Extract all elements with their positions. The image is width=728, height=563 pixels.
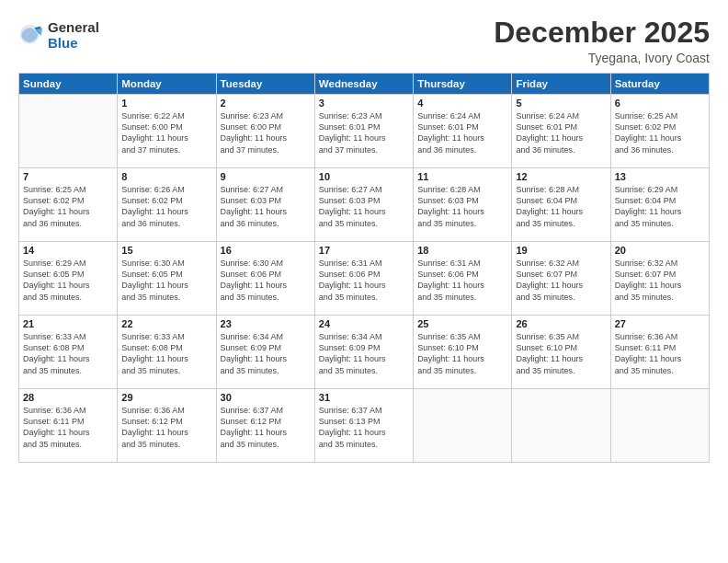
day-number: 3 <box>319 98 409 109</box>
header-friday: Friday <box>512 74 610 95</box>
day-number: 28 <box>23 392 113 403</box>
day-number: 30 <box>221 392 311 403</box>
logo-text: General Blue <box>48 20 99 51</box>
day-info: Sunrise: 6:28 AM Sunset: 6:04 PM Dayligh… <box>516 184 606 229</box>
day-number: 17 <box>319 245 409 256</box>
calendar-cell: 26Sunrise: 6:35 AM Sunset: 6:10 PM Dayli… <box>512 316 610 389</box>
day-info: Sunrise: 6:31 AM Sunset: 6:06 PM Dayligh… <box>417 258 507 303</box>
calendar-week-5: 28Sunrise: 6:36 AM Sunset: 6:11 PM Dayli… <box>19 389 710 463</box>
day-info: Sunrise: 6:36 AM Sunset: 6:11 PM Dayligh… <box>23 405 113 450</box>
calendar-cell: 18Sunrise: 6:31 AM Sunset: 6:06 PM Dayli… <box>414 242 512 316</box>
day-number: 13 <box>615 171 705 182</box>
calendar-cell: 22Sunrise: 6:33 AM Sunset: 6:08 PM Dayli… <box>118 316 216 389</box>
day-number: 23 <box>221 318 311 329</box>
day-number: 2 <box>221 98 311 109</box>
page: General Blue December 2025 Tyegana, Ivor… <box>0 0 728 563</box>
day-info: Sunrise: 6:33 AM Sunset: 6:08 PM Dayligh… <box>23 331 113 376</box>
calendar-cell: 16Sunrise: 6:30 AM Sunset: 6:06 PM Dayli… <box>216 242 314 316</box>
calendar-week-1: 1Sunrise: 6:22 AM Sunset: 6:00 PM Daylig… <box>19 95 710 168</box>
day-info: Sunrise: 6:28 AM Sunset: 6:03 PM Dayligh… <box>417 184 507 229</box>
day-info: Sunrise: 6:23 AM Sunset: 6:01 PM Dayligh… <box>319 110 409 155</box>
day-info: Sunrise: 6:29 AM Sunset: 6:05 PM Dayligh… <box>23 258 113 303</box>
header-monday: Monday <box>118 74 216 95</box>
calendar-cell: 7Sunrise: 6:25 AM Sunset: 6:02 PM Daylig… <box>19 168 118 242</box>
day-info: Sunrise: 6:34 AM Sunset: 6:09 PM Dayligh… <box>319 331 409 376</box>
calendar-header-row: Sunday Monday Tuesday Wednesday Thursday… <box>19 74 710 95</box>
logo-blue: Blue <box>48 36 99 52</box>
day-info: Sunrise: 6:27 AM Sunset: 6:03 PM Dayligh… <box>319 184 409 229</box>
day-info: Sunrise: 6:26 AM Sunset: 6:02 PM Dayligh… <box>121 184 211 229</box>
calendar-cell: 28Sunrise: 6:36 AM Sunset: 6:11 PM Dayli… <box>19 389 118 463</box>
day-number: 12 <box>516 171 606 182</box>
calendar-cell: 5Sunrise: 6:24 AM Sunset: 6:01 PM Daylig… <box>512 95 610 168</box>
day-number: 19 <box>516 245 606 256</box>
calendar: Sunday Monday Tuesday Wednesday Thursday… <box>18 73 710 463</box>
header-tuesday: Tuesday <box>216 74 314 95</box>
header-sunday: Sunday <box>19 74 118 95</box>
day-info: Sunrise: 6:32 AM Sunset: 6:07 PM Dayligh… <box>516 258 606 303</box>
calendar-cell: 9Sunrise: 6:27 AM Sunset: 6:03 PM Daylig… <box>216 168 314 242</box>
calendar-week-4: 21Sunrise: 6:33 AM Sunset: 6:08 PM Dayli… <box>19 316 710 389</box>
day-number: 14 <box>23 245 113 256</box>
day-info: Sunrise: 6:29 AM Sunset: 6:04 PM Dayligh… <box>615 184 705 229</box>
day-number: 27 <box>615 318 705 329</box>
calendar-cell <box>512 389 610 463</box>
logo-icon <box>18 23 44 49</box>
day-info: Sunrise: 6:35 AM Sunset: 6:10 PM Dayligh… <box>417 331 507 376</box>
logo-general: General <box>48 20 99 36</box>
day-info: Sunrise: 6:25 AM Sunset: 6:02 PM Dayligh… <box>23 184 113 229</box>
calendar-cell: 23Sunrise: 6:34 AM Sunset: 6:09 PM Dayli… <box>216 316 314 389</box>
day-info: Sunrise: 6:22 AM Sunset: 6:00 PM Dayligh… <box>121 110 211 155</box>
calendar-cell: 30Sunrise: 6:37 AM Sunset: 6:12 PM Dayli… <box>216 389 314 463</box>
day-number: 10 <box>319 171 409 182</box>
logo: General Blue <box>18 20 99 51</box>
day-number: 1 <box>121 98 211 109</box>
calendar-cell: 2Sunrise: 6:23 AM Sunset: 6:00 PM Daylig… <box>216 95 314 168</box>
calendar-cell: 14Sunrise: 6:29 AM Sunset: 6:05 PM Dayli… <box>19 242 118 316</box>
day-number: 25 <box>417 318 507 329</box>
calendar-cell: 10Sunrise: 6:27 AM Sunset: 6:03 PM Dayli… <box>314 168 413 242</box>
calendar-cell: 4Sunrise: 6:24 AM Sunset: 6:01 PM Daylig… <box>414 95 512 168</box>
day-number: 11 <box>417 171 507 182</box>
day-info: Sunrise: 6:27 AM Sunset: 6:03 PM Dayligh… <box>221 184 311 229</box>
day-number: 26 <box>516 318 606 329</box>
calendar-cell <box>610 389 709 463</box>
day-info: Sunrise: 6:24 AM Sunset: 6:01 PM Dayligh… <box>516 110 606 155</box>
calendar-cell: 6Sunrise: 6:25 AM Sunset: 6:02 PM Daylig… <box>610 95 709 168</box>
calendar-cell: 27Sunrise: 6:36 AM Sunset: 6:11 PM Dayli… <box>610 316 709 389</box>
day-number: 4 <box>417 98 507 109</box>
calendar-cell: 29Sunrise: 6:36 AM Sunset: 6:12 PM Dayli… <box>118 389 216 463</box>
day-info: Sunrise: 6:36 AM Sunset: 6:11 PM Dayligh… <box>615 331 705 376</box>
day-info: Sunrise: 6:36 AM Sunset: 6:12 PM Dayligh… <box>121 405 211 450</box>
day-number: 20 <box>615 245 705 256</box>
day-number: 31 <box>319 392 409 403</box>
day-number: 5 <box>516 98 606 109</box>
calendar-cell: 8Sunrise: 6:26 AM Sunset: 6:02 PM Daylig… <box>118 168 216 242</box>
calendar-cell: 24Sunrise: 6:34 AM Sunset: 6:09 PM Dayli… <box>314 316 413 389</box>
day-info: Sunrise: 6:32 AM Sunset: 6:07 PM Dayligh… <box>615 258 705 303</box>
subtitle: Tyegana, Ivory Coast <box>494 51 710 65</box>
day-number: 21 <box>23 318 113 329</box>
header-saturday: Saturday <box>610 74 709 95</box>
calendar-cell: 17Sunrise: 6:31 AM Sunset: 6:06 PM Dayli… <box>314 242 413 316</box>
main-title: December 2025 <box>494 17 710 49</box>
calendar-cell: 1Sunrise: 6:22 AM Sunset: 6:00 PM Daylig… <box>118 95 216 168</box>
calendar-cell: 25Sunrise: 6:35 AM Sunset: 6:10 PM Dayli… <box>414 316 512 389</box>
day-info: Sunrise: 6:35 AM Sunset: 6:10 PM Dayligh… <box>516 331 606 376</box>
calendar-cell: 11Sunrise: 6:28 AM Sunset: 6:03 PM Dayli… <box>414 168 512 242</box>
calendar-cell: 15Sunrise: 6:30 AM Sunset: 6:05 PM Dayli… <box>118 242 216 316</box>
calendar-cell: 31Sunrise: 6:37 AM Sunset: 6:13 PM Dayli… <box>314 389 413 463</box>
calendar-cell: 20Sunrise: 6:32 AM Sunset: 6:07 PM Dayli… <box>610 242 709 316</box>
calendar-cell: 19Sunrise: 6:32 AM Sunset: 6:07 PM Dayli… <box>512 242 610 316</box>
day-info: Sunrise: 6:24 AM Sunset: 6:01 PM Dayligh… <box>417 110 507 155</box>
header-thursday: Thursday <box>414 74 512 95</box>
day-number: 7 <box>23 171 113 182</box>
day-number: 6 <box>615 98 705 109</box>
day-number: 18 <box>417 245 507 256</box>
day-info: Sunrise: 6:31 AM Sunset: 6:06 PM Dayligh… <box>319 258 409 303</box>
calendar-cell <box>414 389 512 463</box>
day-number: 29 <box>121 392 211 403</box>
day-info: Sunrise: 6:37 AM Sunset: 6:12 PM Dayligh… <box>221 405 311 450</box>
day-info: Sunrise: 6:37 AM Sunset: 6:13 PM Dayligh… <box>319 405 409 450</box>
day-info: Sunrise: 6:30 AM Sunset: 6:05 PM Dayligh… <box>121 258 211 303</box>
